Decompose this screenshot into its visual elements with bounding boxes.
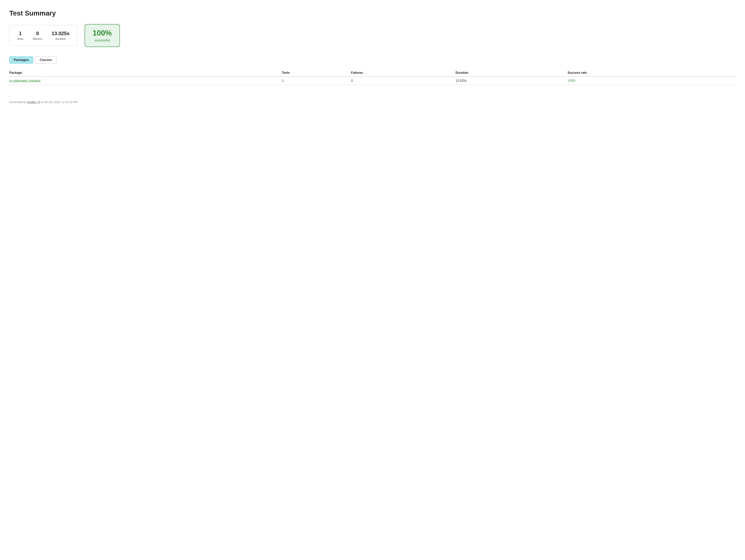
stat-tests: 1 tests <box>17 31 24 40</box>
tab-classes[interactable]: Classes <box>35 56 56 64</box>
duration-value: 13.025s <box>52 31 70 36</box>
col-header-duration: Duration <box>456 69 568 77</box>
package-link[interactable]: io.codemagic.cmpatrol <box>9 79 40 82</box>
table-row: io.codemagic.cmpatrol 1 0 13.025s 100% <box>9 77 736 85</box>
success-label: successful <box>95 38 109 42</box>
failures-value: 0 <box>36 31 39 36</box>
failures-label: failures <box>33 37 42 40</box>
stat-failures: 0 failures <box>33 31 42 40</box>
gradle-link[interactable]: Gradle 7.5 <box>27 100 40 104</box>
col-header-failures: Failures <box>351 69 456 77</box>
cell-failures: 0 <box>351 77 456 85</box>
footer-generated-text: Generated by <box>9 100 27 104</box>
cell-success-rate: 100% <box>568 77 736 85</box>
tab-packages[interactable]: Packages <box>9 56 33 64</box>
col-header-success-rate: Success rate <box>568 69 736 77</box>
footer: Generated by Gradle 7.5 at Oct 26, 2023,… <box>9 100 736 104</box>
tests-label: tests <box>17 37 24 40</box>
stat-duration: 13.025s duration <box>52 31 70 40</box>
page-title: Test Summary <box>9 9 736 17</box>
stats-box: 1 tests 0 failures 13.025s duration <box>9 25 77 46</box>
tabs-row: Packages Classes <box>9 56 736 64</box>
success-badge: 100% successful <box>85 24 120 47</box>
cell-package: io.codemagic.cmpatrol <box>9 77 282 85</box>
packages-table: Package Tests Failures Duration Success … <box>9 69 736 85</box>
cell-tests: 1 <box>282 77 351 85</box>
footer-at-text: at Oct 26, 2023, 12:53:26 PM <box>40 100 77 104</box>
tests-value: 1 <box>19 31 22 36</box>
col-header-package: Package <box>9 69 282 77</box>
success-percent: 100% <box>93 29 112 37</box>
summary-row: 1 tests 0 failures 13.025s duration 100%… <box>9 24 736 47</box>
cell-duration: 13.025s <box>456 77 568 85</box>
col-header-tests: Tests <box>282 69 351 77</box>
duration-label: duration <box>55 37 66 40</box>
table-header-row: Package Tests Failures Duration Success … <box>9 69 736 77</box>
